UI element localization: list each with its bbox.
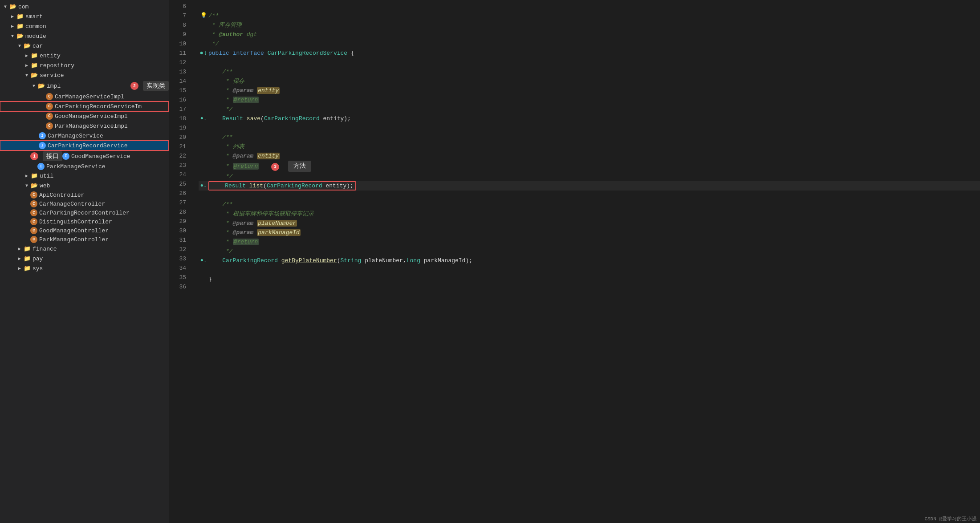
sidebar-item-web[interactable]: ▼ 📂 web: [0, 181, 169, 191]
sidebar-item-good-manage-controller[interactable]: C GoodManageController: [0, 226, 169, 235]
sidebar-item-car[interactable]: ▼ 📂 car: [0, 41, 169, 51]
code-text-20: /**: [208, 133, 980, 142]
sidebar-label: CarParkingRecordService: [48, 142, 169, 149]
sidebar-item-park-manage-service[interactable]: I ParkManageService: [0, 162, 169, 171]
editor-content: 6 7 8 9 10 11 12 13 14 15 16 17 18 19 20…: [169, 0, 980, 523]
code-line-18: ●↓ Result save(CarParkingRecord entity);: [199, 114, 980, 123]
code-line-26: [199, 191, 980, 200]
folder-open-icon: 📂: [30, 71, 38, 79]
arrow-icon: ▼: [9, 34, 16, 39]
sidebar-item-car-manage-service-impl[interactable]: C CarManageServiceImpl: [0, 92, 169, 101]
sidebar-item-repository[interactable]: ▶ 📁 repository: [0, 61, 169, 70]
code-text-17: */: [208, 105, 980, 114]
code-text-22: * @param entity: [208, 151, 980, 161]
code-line-19: [199, 123, 980, 133]
code-text-30: * @param parkManageId: [208, 228, 980, 237]
highlighted-method-line: Result list(CarParkingRecord entity);: [208, 181, 356, 191]
folder-icon: 📁: [30, 172, 38, 180]
gutter-7: 💡: [199, 11, 208, 20]
sidebar-label: CarManageController: [39, 201, 169, 207]
code-text-15: * @param entity: [208, 86, 980, 95]
sidebar-item-car-parking-record-service-impl[interactable]: C CarParkingRecordServiceIm: [0, 101, 169, 111]
sidebar-item-park-manage-controller[interactable]: C ParkManageController: [0, 235, 169, 244]
arrow-icon: ▶: [23, 63, 30, 68]
code-line-32: */: [199, 247, 980, 256]
code-text-32: */: [208, 247, 980, 256]
folder-open-icon: 📂: [30, 182, 38, 190]
sidebar-item-distinguish-controller[interactable]: C DistinguishController: [0, 217, 169, 226]
code-text-28: * 根据车牌和停车场获取停车记录: [208, 209, 980, 219]
arrow-icon: ▼: [23, 183, 30, 188]
folder-icon: 📁: [23, 264, 31, 272]
editor: 6 7 8 9 10 11 12 13 14 15 16 17 18 19 20…: [169, 0, 980, 523]
sidebar-label: GoodManageController: [39, 227, 169, 234]
code-line-10: */: [199, 39, 980, 49]
code-line-17: */: [199, 105, 980, 114]
sidebar-label: service: [40, 72, 169, 79]
sidebar-item-com[interactable]: ▼ 📂 com: [0, 2, 169, 12]
class-icon-spacer: [37, 122, 45, 130]
code-line-16: * @return: [199, 95, 980, 105]
code-text-34: [208, 265, 980, 275]
sidebar-item-entity[interactable]: ▶ 📁 entity: [0, 51, 169, 61]
code-line-14: * 保存: [199, 77, 980, 86]
sidebar-item-car-manage-controller[interactable]: C CarManageController: [0, 199, 169, 208]
folder-icon: 📁: [30, 52, 38, 60]
gutter-11: ●↓: [199, 49, 208, 58]
sidebar-label: DistinguishController: [39, 219, 169, 225]
gutter-18: ●↓: [199, 114, 208, 123]
code-text-25: Result list(CarParkingRecord entity);: [208, 181, 980, 191]
code-line-27: /**: [199, 200, 980, 209]
folder-open-icon: 📂: [23, 42, 31, 50]
sidebar-label: ApiController: [39, 192, 169, 199]
sidebar-item-api-controller[interactable]: C ApiController: [0, 191, 169, 199]
sidebar-label: entity: [40, 53, 169, 59]
sidebar-item-good-manage-service[interactable]: 1 接口 I GoodManageService: [0, 150, 169, 162]
sidebar-label: smart: [25, 13, 169, 20]
folder-icon: 📁: [23, 245, 31, 253]
sidebar-item-car-parking-record-controller[interactable]: C CarParkingRecordController: [0, 208, 169, 217]
impl-badge: 2: [130, 82, 138, 90]
code-text-19: [208, 123, 980, 133]
sidebar-item-car-manage-service[interactable]: I CarManageService: [0, 131, 169, 141]
sidebar-item-good-manage-service-impl[interactable]: C GoodManageServiceImpl: [0, 111, 169, 121]
sidebar-item-sys[interactable]: ▶ 📁 sys: [0, 264, 169, 273]
class-icon: C: [30, 191, 37, 199]
code-line-34: [199, 265, 980, 275]
service-tooltip: 接口: [43, 151, 62, 161]
sidebar-label: common: [25, 23, 169, 30]
arrow-icon: ▶: [16, 246, 23, 251]
sidebar-label: car: [33, 43, 169, 49]
class-icon: C: [30, 236, 37, 243]
sidebar-item-module[interactable]: ▼ 📂 module: [0, 31, 169, 41]
sidebar-label: CarManageService: [48, 133, 169, 139]
code-line-28: * 根据车牌和停车场获取停车记录: [199, 209, 980, 219]
interface-icon: I: [39, 142, 46, 149]
sidebar-item-smart[interactable]: ▶ 📁 smart: [0, 12, 169, 21]
code-text-29: * @param plateNumber: [208, 219, 980, 228]
interface-spacer: [30, 132, 37, 140]
folder-icon: 📁: [23, 255, 31, 263]
code-line-33: ●↓ CarParkingRecord getByPlateNumber(Str…: [199, 256, 980, 265]
method-tooltip: 方法: [288, 161, 311, 172]
sidebar-label: finance: [33, 246, 169, 252]
sidebar-label: ParkManageController: [39, 236, 169, 243]
sidebar-item-pay[interactable]: ▶ 📁 pay: [0, 254, 169, 264]
class-icon: C: [46, 103, 53, 110]
sidebar-item-car-parking-record-service[interactable]: I CarParkingRecordService: [0, 141, 169, 150]
code-text-18: Result save(CarParkingRecord entity);: [208, 114, 980, 123]
sidebar-item-finance[interactable]: ▶ 📁 finance: [0, 244, 169, 254]
code-text-26: [208, 191, 980, 200]
code-line-12: [199, 58, 980, 67]
class-icon: C: [46, 113, 53, 120]
sidebar-item-util[interactable]: ▶ 📁 util: [0, 171, 169, 181]
sidebar: ▼ 📂 com ▶ 📁 smart ▶ 📁 common ▼ 📂 module …: [0, 0, 169, 523]
sidebar-item-service[interactable]: ▼ 📂 service: [0, 70, 169, 80]
sidebar-item-park-manage-service-impl[interactable]: C ParkManageServiceImpl: [0, 121, 169, 131]
sidebar-label: CarManageServiceImpl: [55, 93, 169, 100]
sidebar-item-impl[interactable]: ▼ 📂 impl 2 实现类: [0, 80, 169, 92]
sidebar-label: web: [40, 182, 169, 189]
sidebar-item-common[interactable]: ▶ 📁 common: [0, 21, 169, 31]
class-icon: C: [30, 227, 37, 234]
folder-icon: 📁: [30, 61, 38, 69]
